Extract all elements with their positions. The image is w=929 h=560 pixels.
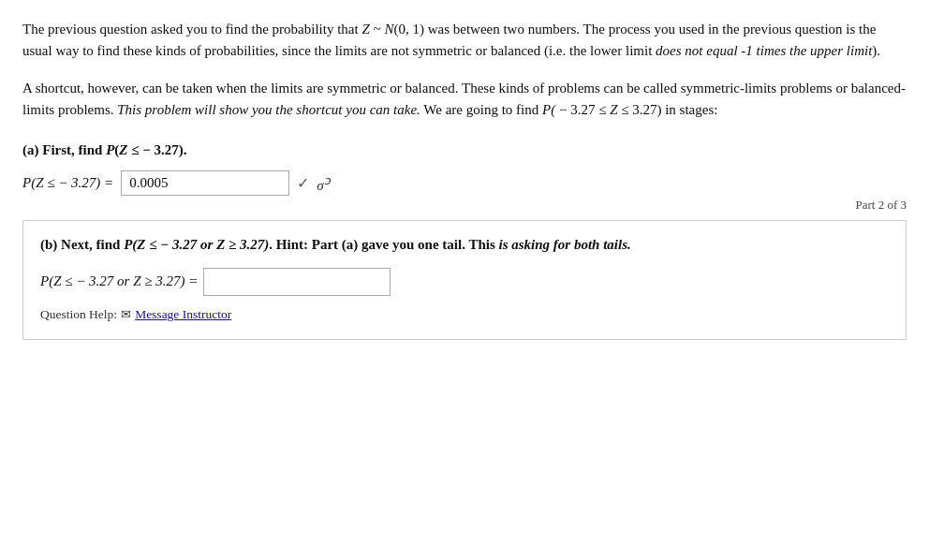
part-b-label: (b) Next, find P(Z ≤ − 3.27 or Z ≥ 3.27)… [40, 234, 889, 256]
mail-icon: ✉ [121, 307, 131, 322]
part-a-answer-row: P(Z ≤ − 3.27) = 0.0005 ✓ σↄ [22, 170, 907, 196]
part-a-label: (a) First, find P(Z ≤ − 3.27). [22, 140, 907, 161]
part-b-answer-row: P(Z ≤ − 3.27 or Z ≥ 3.27) = [40, 268, 889, 296]
sigma-icon: σↄ [317, 173, 330, 194]
part-label: Part 2 of 3 [22, 198, 907, 213]
paragraph-2: A shortcut, however, can be taken when t… [22, 78, 907, 122]
part-a-answer-box: 0.0005 [121, 170, 289, 196]
part-b-equation-lhs: P(Z ≤ − 3.27 or Z ≥ 3.27) = [40, 273, 198, 289]
part-b-box: (b) Next, find P(Z ≤ − 3.27 or Z ≥ 3.27)… [22, 220, 907, 339]
check-icon: ✓ [297, 174, 309, 192]
question-help-label: Question Help: [40, 307, 117, 322]
part-b-answer-input[interactable] [203, 268, 391, 296]
message-instructor-link[interactable]: Message Instructor [135, 307, 231, 322]
paragraph-1: The previous question asked you to find … [22, 19, 907, 63]
question-help: Question Help: ✉ Message Instructor [40, 307, 889, 322]
part-a-equation-lhs: P(Z ≤ − 3.27) = [22, 175, 113, 191]
